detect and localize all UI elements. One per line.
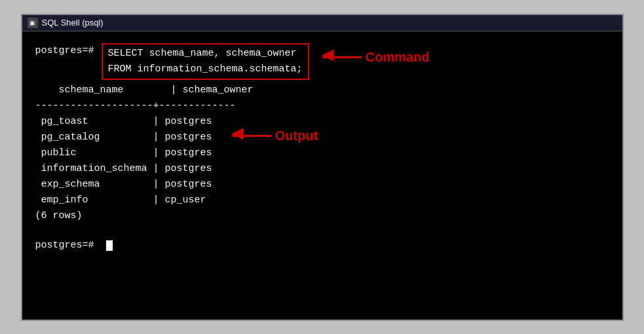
cursor xyxy=(106,240,113,251)
command-box: SELECT schema_name, schema_owner FROM in… xyxy=(102,43,309,80)
window-icon: ▣ xyxy=(28,18,38,28)
window-title: SQL Shell (psql) xyxy=(42,18,104,28)
command-line2: FROM information_schema.schemata; xyxy=(108,62,303,77)
table-row: information_schema | postgres xyxy=(35,161,212,177)
output-annotation-label: Output xyxy=(275,128,318,143)
table-row: pg_toast | postgres xyxy=(35,114,212,130)
row-text: pg_catalog | postgres xyxy=(35,130,212,145)
table-header: schema_name | schema_owner xyxy=(35,83,609,98)
command-line1: SELECT schema_name, schema_owner xyxy=(108,46,303,62)
output-section: schema_name | schema_owner -------------… xyxy=(35,83,609,251)
svg-marker-1 xyxy=(231,128,243,140)
final-prompt-line: postgres=# xyxy=(35,240,609,251)
table-row: emp_info | cp_user xyxy=(35,193,212,208)
row-count: (6 rows) xyxy=(35,208,212,224)
command-prompt-line1: postgres=# SELECT schema_name, schema_ow… xyxy=(35,43,309,80)
terminal-body[interactable]: postgres=# SELECT schema_name, schema_ow… xyxy=(22,31,622,320)
svg-marker-0 xyxy=(322,50,333,62)
command-annotation-label: Command xyxy=(366,50,430,65)
table-separator: --------------------+------------- xyxy=(35,98,609,114)
table-row: pg_catalog | postgres xyxy=(35,130,212,145)
prompt1: postgres=# xyxy=(35,43,100,59)
title-bar: ▣ SQL Shell (psql) xyxy=(22,15,622,31)
table-row: exp_schema | postgres xyxy=(35,177,212,193)
sql-shell-window: ▣ SQL Shell (psql) postgres=# SELECT sch… xyxy=(21,14,624,321)
table-row: public | postgres xyxy=(35,145,212,161)
final-prompt: postgres=# xyxy=(35,240,100,251)
